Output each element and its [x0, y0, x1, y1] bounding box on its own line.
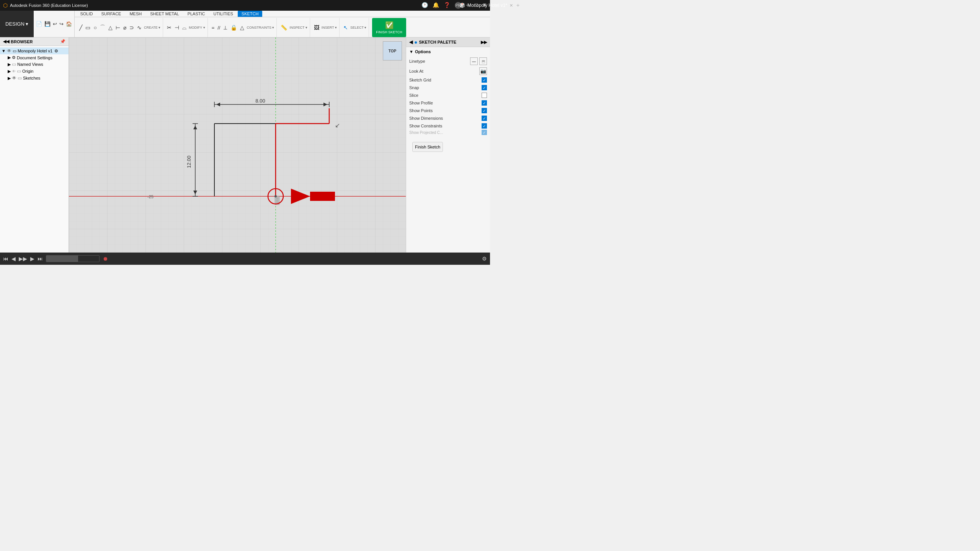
- tab-sheet-metal[interactable]: SHEET METAL: [146, 11, 183, 17]
- linetype-solid[interactable]: —: [470, 57, 478, 65]
- modify-label: MODIFY ▾: [189, 26, 205, 29]
- show-dimensions-checkbox[interactable]: ✓: [482, 116, 487, 121]
- show-constraints-label: Show Constraints: [409, 124, 442, 128]
- trim-tool[interactable]: ✂: [166, 24, 172, 31]
- tree-label-origin: Origin: [22, 69, 33, 73]
- show-points-checkbox[interactable]: ✓: [482, 108, 487, 113]
- timeline-bar[interactable]: [46, 255, 100, 262]
- help-icon[interactable]: ❓: [444, 2, 450, 9]
- tab-solid[interactable]: SOLID: [76, 11, 96, 17]
- collapse-browser-icon[interactable]: ◀◀: [3, 39, 9, 44]
- measure-tool[interactable]: 📏: [280, 24, 288, 31]
- look-at-label: Look At: [409, 69, 423, 73]
- tree-label-monopoly: Monopoly Hotel v1: [18, 49, 52, 53]
- palette-options-section: ▼ Options Linetype — ⬒ Look At 📷 Sket: [406, 47, 490, 137]
- rect-tool[interactable]: ▭: [85, 24, 91, 31]
- save-icon[interactable]: 💾: [44, 20, 51, 28]
- create-group: ╱ ▭ ○ ⌒ △ ⊢ ⌀ ⊃ ∿ CREATE ▾: [76, 18, 163, 37]
- canvas-svg: ↙ 8.00 12.00: [69, 37, 406, 264]
- tab-utilities[interactable]: UTILITIES: [209, 11, 237, 17]
- look-at-btn[interactable]: 📷: [479, 67, 487, 75]
- palette-expand-icon[interactable]: ▶▶: [481, 40, 487, 45]
- show-projected-checkbox[interactable]: ✓: [482, 130, 487, 135]
- toolbar-actions: ╱ ▭ ○ ⌒ △ ⊢ ⌀ ⊃ ∿ CREATE ▾ ✂ ⊣ ⌓: [75, 17, 490, 38]
- play-btn[interactable]: ▶: [30, 256, 34, 262]
- finish-sketch-button[interactable]: ✅ FINISH SKETCH: [372, 18, 406, 37]
- titlebar-center: 🎲 Monopoly Hotel v1* ✕ ＋: [459, 2, 490, 9]
- polygon-tool[interactable]: △: [108, 24, 113, 31]
- step-back-btn[interactable]: ⏮: [3, 256, 8, 262]
- home-icon[interactable]: 🏠: [65, 20, 73, 28]
- extend-tool[interactable]: ⊣: [174, 24, 180, 31]
- mirror-tool[interactable]: ⌀: [122, 24, 127, 31]
- fix-tool[interactable]: △: [239, 24, 245, 31]
- view-cube[interactable]: TOP: [383, 41, 402, 60]
- snap-checkbox[interactable]: ✓: [482, 85, 487, 90]
- slice-checkbox[interactable]: [482, 93, 487, 98]
- fast-forward-btn[interactable]: ▶▶: [19, 256, 27, 262]
- toolbar: DESIGN ▾ 📄 💾 ↩ ↪ 🏠 SOLID SURFACE MESH SH…: [0, 11, 490, 37]
- arc-tool[interactable]: ⌒: [99, 23, 106, 32]
- select-tool[interactable]: ↖: [343, 24, 349, 31]
- svg-rect-2: [69, 37, 406, 264]
- tab-sketch[interactable]: SKETCH: [238, 11, 263, 17]
- finish-sketch-panel-button[interactable]: Finish Sketch: [412, 142, 443, 152]
- gear-icon-doc: ⚙: [12, 55, 16, 60]
- tab-mesh[interactable]: MESH: [126, 11, 145, 17]
- show-profile-label: Show Profile: [409, 101, 433, 105]
- show-profile-checkbox[interactable]: ✓: [482, 100, 487, 106]
- notification-icon[interactable]: 🔔: [433, 2, 439, 9]
- parallel-tool[interactable]: //: [217, 24, 221, 31]
- insert-image-tool[interactable]: 🖼: [313, 24, 320, 31]
- tab-plastic[interactable]: PLASTIC: [184, 11, 209, 17]
- folder-icon-views: ▭: [12, 62, 16, 67]
- browser-pin-icon[interactable]: 📌: [60, 39, 65, 44]
- view-cube-label: TOP: [389, 49, 396, 53]
- dimension-tool[interactable]: ⊢: [115, 24, 121, 31]
- redo-icon[interactable]: ↪: [59, 20, 64, 28]
- canvas-area[interactable]: ↙ 8.00 12.00: [69, 37, 406, 264]
- step-forward-btn[interactable]: ⏭: [38, 256, 43, 262]
- tree-item-sketches[interactable]: ▶ 👁 ▭ Sketches: [6, 75, 69, 82]
- palette-row-show-dimensions: Show Dimensions ✓: [409, 114, 487, 122]
- line-tool[interactable]: ╱: [78, 24, 83, 31]
- circle-tool[interactable]: ○: [93, 24, 97, 31]
- spline-tool[interactable]: ∿: [136, 24, 142, 31]
- svg-text:↙: ↙: [335, 122, 340, 129]
- sketch-palette-header: ◀ ● SKETCH PALETTE ▶▶: [406, 37, 490, 47]
- lock-tool[interactable]: 🔒: [230, 24, 238, 31]
- eye-sketches[interactable]: 👁: [12, 75, 16, 81]
- constraints-label: CONSTRAINTS ▾: [247, 26, 274, 29]
- show-constraints-checkbox[interactable]: ✓: [482, 123, 487, 129]
- linetype-dashed[interactable]: ⬒: [479, 57, 487, 65]
- folder-icon-origin: ▭: [17, 68, 21, 74]
- main-area: ◀◀ BROWSER 📌 ▼ 👁 ▭ Monopoly Hotel v1 ⚙ ▶…: [0, 37, 490, 264]
- fillet-tool[interactable]: ⌓: [181, 24, 187, 32]
- design-button[interactable]: DESIGN ▾: [0, 11, 34, 37]
- tree-item-named-views[interactable]: ▶ ▭ Named Views: [6, 61, 69, 68]
- history-icon[interactable]: 🕐: [421, 2, 428, 9]
- undo-icon[interactable]: ↩: [52, 20, 58, 28]
- coincident-tool[interactable]: =: [211, 24, 216, 31]
- tree-item-origin[interactable]: ▶ 👁 ▭ Origin: [6, 68, 69, 75]
- settings-icon[interactable]: ⚙: [482, 256, 487, 262]
- eye-origin[interactable]: 👁: [12, 69, 16, 73]
- toolbar-tabs: SOLID SURFACE MESH SHEET METAL PLASTIC U…: [75, 11, 490, 17]
- palette-collapse-icon[interactable]: ◀: [409, 39, 413, 45]
- prev-btn[interactable]: ◀: [11, 256, 16, 262]
- eye-monopoly[interactable]: 👁: [7, 48, 11, 54]
- record-btn[interactable]: ⏺: [103, 256, 108, 262]
- settings-monopoly[interactable]: ⚙: [54, 49, 58, 54]
- tab-surface[interactable]: SURFACE: [97, 11, 125, 17]
- sketch-grid-checkbox[interactable]: ✓: [482, 77, 487, 83]
- tree-label-doc: Document Settings: [17, 55, 52, 60]
- tree-item-doc-settings[interactable]: ▶ ⚙ Document Settings: [6, 54, 69, 61]
- tree-arrow-origin: ▶: [8, 69, 11, 74]
- app-logo: ⬡: [3, 2, 8, 8]
- new-icon[interactable]: 📄: [35, 20, 43, 28]
- offset-tool[interactable]: ⊃: [129, 24, 135, 31]
- perpendicular-tool[interactable]: ⊥: [222, 24, 228, 31]
- show-dimensions-label: Show Dimensions: [409, 116, 443, 121]
- palette-row-slice: Slice: [409, 91, 487, 99]
- tree-item-monopoly[interactable]: ▼ 👁 ▭ Monopoly Hotel v1 ⚙: [0, 47, 69, 54]
